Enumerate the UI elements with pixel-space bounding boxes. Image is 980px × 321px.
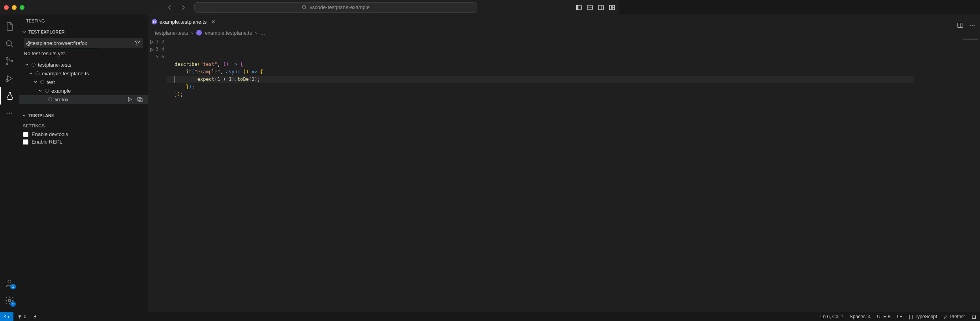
filter-error-underline xyxy=(26,48,99,48)
customize-layout-icon[interactable] xyxy=(609,4,615,11)
svg-rect-7 xyxy=(610,5,612,9)
enable-repl-checkbox[interactable] xyxy=(23,139,28,145)
tree-label: test xyxy=(47,79,55,85)
close-window-button[interactable] xyxy=(4,5,9,10)
search-title: vscode-testplane-example xyxy=(310,4,370,10)
chevron-down-icon xyxy=(38,88,43,93)
testplane-file-icon xyxy=(196,30,202,35)
chevron-down-icon xyxy=(28,71,34,76)
search-tab-icon[interactable] xyxy=(0,35,19,52)
run-test-icon[interactable] xyxy=(126,96,133,103)
explorer-tab-icon[interactable] xyxy=(0,18,19,35)
svg-point-16 xyxy=(9,113,10,114)
tree-row-file[interactable]: example.testplane.ts xyxy=(19,69,148,78)
chevron-down-icon xyxy=(21,29,27,35)
tree-label: example xyxy=(51,88,71,94)
toggle-primary-sidebar-icon[interactable] xyxy=(576,4,582,11)
tree-label: testplane-tests xyxy=(38,62,71,68)
titlebar: vscode-testplane-example xyxy=(0,0,619,15)
tree-row-suite[interactable]: test xyxy=(19,78,148,86)
enable-repl-label: Enable REPL xyxy=(32,139,62,145)
breadcrumb[interactable]: testplane-tests › example.testplane.ts ›… xyxy=(148,28,619,37)
panel-title-row: TESTING ··· xyxy=(19,15,148,27)
source-control-tab-icon[interactable] xyxy=(0,52,19,70)
svg-rect-9 xyxy=(612,8,615,10)
testing-tab-icon[interactable] xyxy=(0,87,19,105)
svg-point-11 xyxy=(6,58,8,60)
panel-title: TESTING xyxy=(26,19,45,23)
window-controls xyxy=(4,5,24,10)
enable-devtools-checkbox[interactable] xyxy=(23,132,28,137)
no-results-text: No test results yet. xyxy=(19,49,148,58)
nav-arrows xyxy=(167,4,186,11)
tree-row-actions xyxy=(126,96,148,103)
search-icon xyxy=(302,5,307,10)
line-numbers: 1 2 3 4 5 6 xyxy=(156,37,167,203)
enable-devtools-label: Enable devtools xyxy=(32,131,68,137)
chevron-right-icon: › xyxy=(255,30,257,36)
breadcrumb-file[interactable]: example.testplane.ts xyxy=(205,30,252,36)
tree-label: example.testplane.ts xyxy=(42,71,89,77)
toggle-secondary-sidebar-icon[interactable] xyxy=(598,4,604,11)
testplane-header[interactable]: TESTPLANE xyxy=(19,111,148,120)
status-not-run-icon xyxy=(48,97,52,101)
code-area[interactable]: 1 2 3 4 5 6 describe("test", () => { it(… xyxy=(148,37,619,203)
breadcrumb-symbol[interactable]: … xyxy=(260,30,265,36)
run-line-icon[interactable] xyxy=(148,46,156,53)
breadcrumb-folder[interactable]: testplane-tests xyxy=(155,30,188,36)
svg-rect-3 xyxy=(588,5,593,9)
filter-row xyxy=(24,38,143,48)
svg-point-17 xyxy=(11,113,13,114)
tab-example[interactable]: ◐ example.testplane.ts xyxy=(148,15,220,28)
go-to-test-icon[interactable] xyxy=(137,96,143,103)
tree-row-root[interactable]: testplane-tests xyxy=(19,60,148,69)
svg-rect-8 xyxy=(612,5,615,7)
editor-group: ◐ example.testplane.ts testplane-tests ›… xyxy=(148,15,619,203)
settings-header: SETTINGS xyxy=(19,120,148,131)
svg-point-15 xyxy=(7,113,8,114)
enable-devtools-row[interactable]: Enable devtools xyxy=(19,131,148,138)
chevron-down-icon xyxy=(33,80,39,84)
close-tab-icon[interactable] xyxy=(210,19,216,24)
panel-more-icon[interactable]: ··· xyxy=(135,19,141,23)
enable-repl-row[interactable]: Enable REPL xyxy=(19,138,148,146)
tree-row-spec[interactable]: example xyxy=(19,86,148,95)
nav-forward-icon[interactable] xyxy=(180,4,186,11)
run-debug-tab-icon[interactable] xyxy=(0,70,19,87)
minimize-window-button[interactable] xyxy=(12,5,17,10)
tab-bar: ◐ example.testplane.ts xyxy=(148,15,619,28)
svg-rect-20 xyxy=(138,97,141,101)
svg-rect-2 xyxy=(576,5,578,9)
chevron-down-icon xyxy=(21,113,27,118)
testplane-label: TESTPLANE xyxy=(28,113,54,118)
sidebar: TESTING ··· TEST EXPLORER No test result… xyxy=(19,15,148,203)
filter-input[interactable] xyxy=(26,40,134,46)
tab-label: example.testplane.ts xyxy=(160,19,207,25)
status-not-run-icon xyxy=(36,71,39,75)
code-content[interactable]: describe("test", () => { it("example", a… xyxy=(167,37,619,203)
chevron-down-icon xyxy=(24,62,30,67)
status-not-run-icon xyxy=(32,63,36,67)
svg-point-14 xyxy=(6,80,8,82)
run-line-icon[interactable] xyxy=(148,38,156,46)
toggle-panel-icon[interactable] xyxy=(587,4,593,11)
svg-point-0 xyxy=(302,6,306,9)
chevron-right-icon: › xyxy=(191,30,193,36)
filter-icon[interactable] xyxy=(134,40,141,46)
command-center[interactable]: vscode-testplane-example xyxy=(194,2,477,13)
status-not-run-icon xyxy=(45,89,49,93)
test-tree: testplane-tests example.testplane.ts tes… xyxy=(19,58,148,104)
more-tab-icon[interactable] xyxy=(0,105,19,122)
tree-row-browser[interactable]: firefox xyxy=(19,95,148,104)
svg-point-13 xyxy=(11,60,13,62)
status-not-run-icon xyxy=(40,80,44,84)
test-explorer-label: TEST EXPLORER xyxy=(28,30,65,34)
run-gutter xyxy=(148,37,156,203)
svg-rect-5 xyxy=(599,5,604,9)
tree-label: firefox xyxy=(54,97,68,103)
test-explorer-header[interactable]: TEST EXPLORER xyxy=(19,27,148,37)
nav-back-icon[interactable] xyxy=(167,4,173,11)
testplane-file-icon: ◐ xyxy=(152,19,157,24)
maximize-window-button[interactable] xyxy=(20,5,24,10)
titlebar-actions xyxy=(576,4,615,11)
